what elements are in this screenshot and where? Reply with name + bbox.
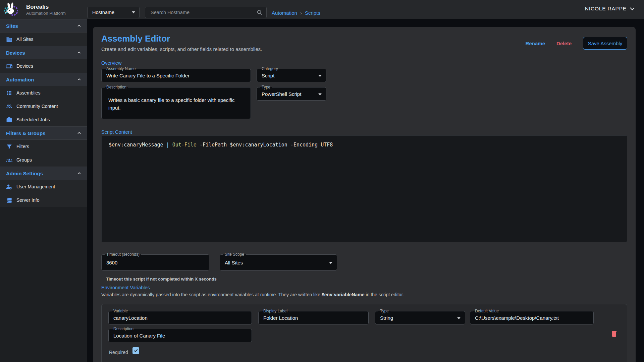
sidebar-section-admin-settings[interactable]: Admin Settings	[0, 167, 87, 180]
sidebar-section-devices[interactable]: Devices	[0, 46, 87, 59]
required-label: Required	[109, 350, 128, 355]
breadcrumb-separator: ›	[300, 10, 302, 16]
breadcrumb: Automation › Scripts	[272, 10, 320, 16]
funnel-icon	[6, 143, 12, 150]
chevron-down-icon	[630, 7, 635, 10]
chevron-up-icon	[76, 77, 82, 82]
sidebar-section-automation[interactable]: Automation	[0, 73, 87, 86]
user-menu[interactable]: NICOLE RAPPE	[585, 6, 635, 12]
hostname-select-value: Hostname	[92, 10, 114, 15]
groups-icon	[6, 157, 12, 163]
rename-button[interactable]: Rename	[526, 41, 545, 46]
sidebar-item-filters[interactable]: Filters	[0, 140, 87, 153]
check-icon	[133, 348, 138, 353]
search-input[interactable]	[145, 10, 256, 15]
user-name: NICOLE RAPPE	[585, 6, 627, 12]
sidebar-item-devices[interactable]: Devices	[0, 59, 87, 73]
breadcrumb-automation[interactable]: Automation	[272, 10, 297, 16]
search-icon	[256, 9, 263, 16]
devices-icon	[6, 63, 12, 69]
script-code-editor[interactable]: $env:canaryMessage | Out-File -FilePath …	[101, 135, 627, 242]
chevron-up-icon	[76, 23, 82, 28]
sidebar-item-assemblies[interactable]: Assemblies	[0, 86, 87, 100]
top-bar: Borealis Automation Platform Hostname Au…	[0, 0, 644, 19]
hostname-select[interactable]: Hostname	[87, 7, 140, 18]
category-select[interactable]: Category Script	[257, 69, 326, 82]
brand-tagline: Automation Platform	[26, 11, 66, 16]
timeout-helper-text: Timeout this script if not completed wit…	[106, 277, 217, 282]
briefcase-icon	[6, 117, 12, 123]
display-label-field[interactable]: Display Label Folder Location	[258, 311, 369, 324]
sidebar-section-sites[interactable]: Sites	[0, 19, 87, 33]
brand-name: Borealis	[26, 4, 49, 10]
sidebar-item-community-content[interactable]: Community Content	[0, 100, 87, 113]
description-field[interactable]: Description Writes a basic canary file t…	[101, 87, 251, 119]
env-var-code-token: $env:variableName	[322, 292, 365, 297]
variable-type-select[interactable]: Type String	[375, 311, 465, 324]
sidebar-section-filters-groups[interactable]: Filters & Groups	[0, 126, 87, 140]
chevron-down-icon	[329, 262, 332, 264]
sidebar-item-user-management[interactable]: User Management	[0, 180, 87, 193]
chevron-down-icon	[318, 94, 322, 96]
save-assembly-button[interactable]: Save Assembly	[583, 37, 627, 50]
people-icon	[6, 103, 12, 110]
chevron-up-icon	[76, 50, 82, 55]
env-vars-section-label: Environment Variables	[101, 285, 150, 290]
variable-name-field[interactable]: Variable canaryLocation	[108, 311, 252, 324]
page-title: Assembly Editor	[101, 34, 170, 44]
env-vars-description: Variables are dynamically passed into th…	[101, 292, 404, 297]
chevron-down-icon	[457, 317, 461, 319]
sidebar: Sites All Sites Devices Devices Automati…	[0, 19, 87, 362]
page-subtitle: Create and edit variables, scripts, and …	[101, 46, 262, 52]
chevron-down-icon	[132, 11, 135, 13]
sidebar-item-server-info[interactable]: Server Info	[0, 193, 87, 207]
trash-icon	[610, 330, 618, 338]
breadcrumb-scripts[interactable]: Scripts	[305, 10, 320, 16]
chevron-up-icon	[76, 171, 82, 176]
default-value-field[interactable]: Default Value C:\Users\example\Desktop\C…	[470, 311, 594, 324]
type-select[interactable]: Type PowerShell Script	[257, 87, 326, 101]
delete-button[interactable]: Delete	[556, 41, 572, 46]
sidebar-item-scheduled-jobs[interactable]: Scheduled Jobs	[0, 113, 87, 126]
editor-actions: Rename Delete Save Assembly	[526, 37, 627, 50]
assembly-name-field[interactable]: Assembly Name Write Canary File to a Spe…	[101, 69, 251, 82]
required-checkbox[interactable]	[132, 347, 139, 354]
variable-description-field[interactable]: Description Location of Canary File	[108, 329, 252, 342]
grid-icon	[6, 90, 12, 96]
script-code-line: $env:canaryMessage | Out-File -FilePath …	[109, 142, 333, 148]
sidebar-item-all-sites[interactable]: All Sites	[0, 33, 87, 46]
server-icon	[6, 197, 12, 203]
building-icon	[6, 36, 12, 43]
chevron-down-icon	[318, 75, 322, 77]
search-hostname-box[interactable]	[145, 7, 267, 18]
site-scope-select[interactable]: Site Scope All Sites	[220, 254, 337, 270]
timeout-field[interactable]: Timeout (seconds) 3600	[101, 254, 209, 270]
sidebar-item-groups[interactable]: Groups	[0, 153, 87, 167]
cmdlet-token: Out-File	[172, 142, 197, 148]
env-variable-card: Variable canaryLocation Display Label Fo…	[101, 304, 627, 362]
overview-section-label: Overview	[101, 60, 121, 66]
delete-variable-button[interactable]	[610, 330, 618, 338]
borealis-logo-icon	[3, 2, 18, 17]
chevron-up-icon	[76, 130, 82, 136]
script-content-section-label: Script Content	[101, 129, 132, 135]
assembly-editor-panel: Assembly Editor Create and edit variable…	[93, 27, 636, 362]
user-gear-icon	[6, 184, 12, 190]
